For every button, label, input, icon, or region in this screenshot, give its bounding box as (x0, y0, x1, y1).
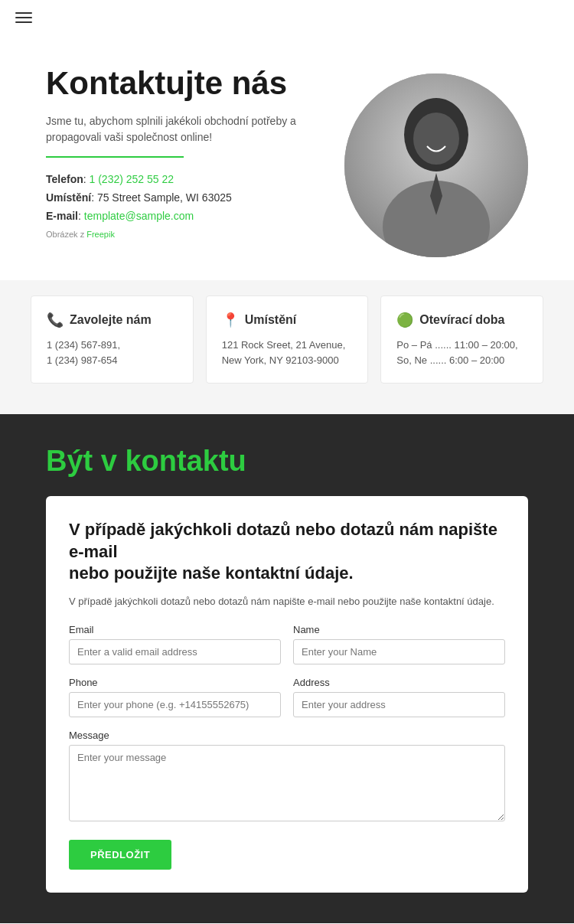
card-title: Otevírací doba (419, 313, 504, 327)
phone-label: Phone (69, 677, 281, 688)
location-icon: 📍 (222, 312, 239, 328)
clock-icon: 🟢 (396, 312, 413, 328)
address-input[interactable] (293, 692, 505, 717)
location-info: Umístění: 75 Street Sample, WI 63025 (46, 191, 337, 204)
card-text: Po – Pá ...... 11:00 – 20:00, So, Ne ...… (396, 338, 527, 367)
card-text: 1 (234) 567-891,1 (234) 987-654 (47, 338, 178, 367)
card-header: 📞 Zavolejte nám (47, 312, 178, 328)
card-header: 📍 Umístění (222, 312, 353, 328)
freepik-link[interactable]: Freepik (86, 230, 115, 239)
email-group: Email (69, 624, 281, 664)
location-value: 75 Street Sample, WI 63025 (97, 191, 232, 204)
card-hours: 🟢 Otevírací doba Po – Pá ...... 11:00 – … (380, 295, 543, 384)
form-row-2: Phone Address (69, 677, 505, 717)
hero-subtitle: Jsme tu, abychom splnili jakékoli obchod… (46, 113, 337, 145)
form-intro-title: V případě jakýchkoli dotazů nebo dotazů … (69, 519, 505, 585)
phone-input[interactable] (69, 692, 281, 717)
top-nav (0, 0, 574, 35)
hero-left: Kontaktujte nás Jsme tu, abychom splnili… (46, 66, 337, 239)
card-title: Umístění (245, 313, 297, 327)
email-info: E-mail: template@sample.com (46, 210, 337, 222)
svg-point-6 (413, 113, 459, 165)
info-cards-section: 📞 Zavolejte nám 1 (234) 567-891,1 (234) … (0, 280, 574, 414)
name-group: Name (293, 624, 505, 664)
phone-icon: 📞 (47, 312, 64, 328)
form-intro-text: V případě jakýchkoli dotazů nebo dotazů … (69, 594, 505, 609)
email-link[interactable]: template@sample.com (84, 210, 194, 222)
address-label: Address (293, 677, 505, 688)
email-label: Email (69, 624, 281, 635)
phone-link[interactable]: 1 (232) 252 55 22 (90, 173, 174, 185)
message-input[interactable] (69, 745, 505, 821)
image-credit: Obrázek z Freepik (46, 230, 337, 239)
card-header: 🟢 Otevírací doba (396, 312, 527, 328)
name-input[interactable] (293, 639, 505, 664)
message-label: Message (69, 730, 505, 741)
card-location: 📍 Umístění 121 Rock Sreet, 21 Avenue, Ne… (206, 295, 369, 384)
menu-button[interactable] (15, 12, 32, 23)
contact-section: Být v kontaktu V případě jakýchkoli dota… (0, 414, 574, 923)
contact-info: Telefon: 1 (232) 252 55 22 Umístění: 75 … (46, 173, 337, 222)
name-label: Name (293, 624, 505, 635)
phone-group: Phone (69, 677, 281, 717)
phone-info: Telefon: 1 (232) 252 55 22 (46, 173, 337, 185)
card-call: 📞 Zavolejte nám 1 (234) 567-891,1 (234) … (31, 295, 194, 384)
contact-form: Email Name Phone Address (69, 624, 505, 870)
form-row-3: Message (69, 730, 505, 821)
message-group: Message (69, 730, 505, 821)
hero-title: Kontaktujte nás (46, 66, 337, 101)
hero-section: Kontaktujte nás Jsme tu, abychom splnili… (0, 35, 574, 280)
address-group: Address (293, 677, 505, 717)
form-card: V případě jakýchkoli dotazů nebo dotazů … (46, 496, 528, 893)
submit-button[interactable]: PŘEDLOŽIT (69, 840, 171, 870)
hero-divider (46, 156, 184, 158)
card-text: 121 Rock Sreet, 21 Avenue, New York, NY … (222, 338, 353, 367)
email-input[interactable] (69, 639, 281, 664)
form-row-1: Email Name (69, 624, 505, 664)
card-title: Zavolejte nám (70, 313, 152, 327)
hero-image (344, 73, 528, 257)
contact-heading: Být v kontaktu (46, 445, 528, 478)
